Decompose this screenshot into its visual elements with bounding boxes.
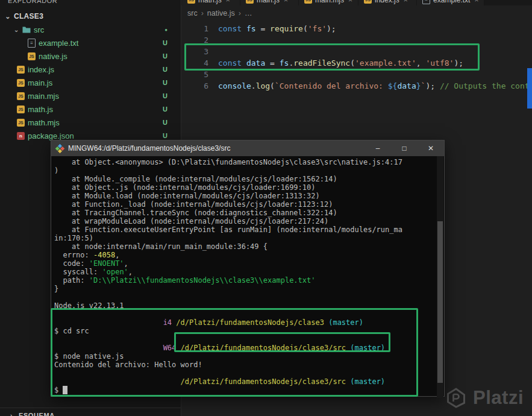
- terminal-line: }: [54, 285, 444, 293]
- terminal-line: /d/Platzi/fundamentosNodejs/clase3/src (…: [54, 377, 444, 386]
- tab-index.js[interactable]: JSindex.js×: [358, 0, 417, 5]
- code-text: const fs = require('fs');: [218, 23, 336, 34]
- outline-section-header[interactable]: › ESQUEMA: [0, 408, 181, 416]
- tab-main.js[interactable]: JSmain.js×: [240, 0, 299, 5]
- js-icon: JS: [364, 0, 372, 4]
- git-status-badge: U: [163, 79, 167, 86]
- chevron-down-icon: ⌄: [13, 26, 19, 34]
- terminal-line: errno: -4058,: [54, 251, 444, 259]
- terminal-line: [54, 335, 444, 344]
- terminal-scrollbar[interactable]: [437, 156, 443, 398]
- tab-example.txt[interactable]: ≡example.txt×: [417, 0, 484, 5]
- scrollbar-thumb[interactable]: [437, 221, 443, 383]
- maximize-button[interactable]: □: [391, 140, 418, 156]
- code-text: const data = fs.readFileSync('example.tx…: [218, 57, 463, 69]
- file-name: example.txt: [39, 39, 78, 48]
- git-status-badge: U: [163, 52, 167, 60]
- terminal-output[interactable]: at Object.<anonymous> (D:\Platzi\fundame…: [51, 156, 444, 398]
- tree-item-main.js[interactable]: JSmain.jsU: [0, 76, 181, 89]
- line-number: 1: [181, 23, 218, 34]
- code-line-5: 5: [181, 69, 532, 80]
- close-icon[interactable]: ×: [226, 0, 230, 4]
- close-icon[interactable]: ×: [474, 0, 478, 4]
- terminal-title: MINGW64:/d/Platzi/fundamentosNodejs/clas…: [68, 144, 230, 153]
- mingw-icon: [55, 143, 65, 153]
- breadcrumb-separator: ›: [239, 9, 241, 17]
- terminal-line: path: 'D:\\Platzi\\fundamentosNodejs\\cl…: [54, 276, 444, 285]
- tree-item-example.txt[interactable]: ≡example.txtU: [0, 36, 181, 49]
- terminal-line: at node:internal/main/run_main_module:36…: [54, 242, 444, 251]
- terminal-line: $: [54, 386, 444, 394]
- git-status-badge: ●: [164, 27, 167, 33]
- git-status-badge: U: [163, 66, 167, 73]
- project-name: CLASE3: [14, 12, 43, 20]
- terminal-line: [54, 369, 444, 377]
- terminal-line: Node.js v22.13.1: [54, 301, 444, 310]
- tree-item-src[interactable]: ⌄src●: [0, 23, 181, 36]
- minimize-button[interactable]: –: [365, 140, 391, 156]
- tab-label: math.js: [198, 0, 222, 4]
- terminal-line: syscall: 'open',: [54, 268, 444, 276]
- terminal-titlebar[interactable]: MINGW64:/d/Platzi/fundamentosNodejs/clas…: [51, 140, 444, 156]
- line-number: 6: [181, 80, 218, 92]
- overview-ruler-decoration: [527, 68, 532, 109]
- tree-item-clase3[interactable]: ⌄ CLASE3: [0, 10, 181, 23]
- file-tree: ⌄src●≡example.txtUJSnative.jsUJSindex.js…: [0, 23, 181, 142]
- tree-item-index.js[interactable]: JSindex.jsU: [0, 63, 181, 76]
- tab-label: index.js: [375, 0, 399, 4]
- breadcrumb-item[interactable]: src: [187, 9, 198, 17]
- tab-main.mjs[interactable]: JSmain.mjs×: [299, 0, 358, 5]
- line-number: 4: [181, 57, 218, 69]
- terminal-line: Contenido del archivo: Hello word!: [54, 361, 444, 369]
- js-icon: JS: [17, 92, 25, 100]
- chevron-down-icon: ⌄: [5, 13, 11, 20]
- file-name: main.js: [28, 78, 52, 87]
- breadcrumb-item[interactable]: native.js: [207, 9, 235, 17]
- terminal-line: [54, 293, 444, 301]
- tab-label: main.mjs: [315, 0, 344, 4]
- explorer-header: EXPLORADOR: [8, 0, 57, 4]
- file-name: main.mjs: [28, 92, 59, 101]
- terminal-line: $ node native.js: [54, 352, 444, 361]
- file-name: math.js: [28, 105, 53, 114]
- terminal-line: at Function.executeUserEntryPoint [as ru…: [54, 225, 444, 234]
- js-icon: JS: [17, 106, 25, 113]
- git-status-badge: U: [163, 39, 167, 46]
- js-icon: JS: [246, 0, 254, 4]
- terminal-line: ): [54, 166, 444, 175]
- code-area[interactable]: 1const fs = require('fs');234const data …: [181, 23, 532, 92]
- file-name: src: [34, 25, 44, 34]
- close-icon[interactable]: ×: [284, 0, 288, 4]
- close-icon[interactable]: ×: [348, 0, 352, 4]
- tree-item-math.mjs[interactable]: JSmath.mjsU: [0, 116, 181, 129]
- breadcrumb-separator: ›: [201, 9, 204, 17]
- terminal-line: W64 /d/Platzi/fundamentosNodejs/clase3/s…: [54, 344, 444, 352]
- tree-item-native.js[interactable]: JSnative.jsU: [0, 49, 181, 63]
- js-icon: JS: [28, 52, 36, 60]
- breadcrumb-item[interactable]: …: [245, 9, 252, 17]
- file-name: index.js: [28, 65, 54, 74]
- txt-file-icon: ≡: [422, 0, 430, 4]
- tree-item-math.js[interactable]: JSmath.jsU: [0, 102, 181, 116]
- terminal-line: [54, 310, 444, 318]
- close-button[interactable]: ✕: [418, 140, 444, 156]
- terminal-line: at Object.<anonymous> (D:\Platzi\fundame…: [54, 158, 444, 166]
- terminal-line: at Module.load (node:internal/modules/cj…: [54, 192, 444, 200]
- terminal-line: at wrapModuleLoad (node:internal/modules…: [54, 217, 444, 225]
- git-status-badge: U: [163, 132, 167, 139]
- git-status-badge: U: [163, 106, 167, 113]
- watermark-label: Platzi: [473, 387, 524, 409]
- close-icon[interactable]: ×: [404, 0, 408, 4]
- outline-label: ESQUEMA: [19, 412, 55, 416]
- txt-file-icon: ≡: [28, 39, 36, 48]
- tab-math.js[interactable]: JSmath.js×: [182, 0, 240, 5]
- file-name: package.json: [28, 131, 74, 140]
- code-line-3: 3: [181, 46, 532, 57]
- line-number: 5: [181, 69, 218, 80]
- tab-label: main.js: [257, 0, 280, 4]
- code-line-4: 4const data = fs.readFileSync('example.t…: [181, 57, 532, 69]
- tree-item-main.mjs[interactable]: JSmain.mjsU: [0, 89, 181, 102]
- line-number: 2: [181, 34, 218, 46]
- npm-icon: n: [17, 132, 25, 140]
- code-line-2: 2: [181, 34, 532, 46]
